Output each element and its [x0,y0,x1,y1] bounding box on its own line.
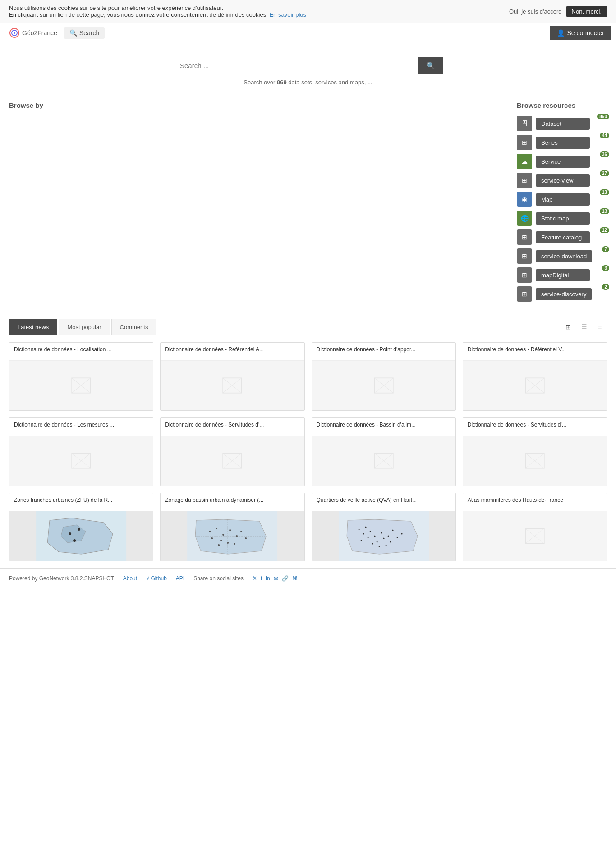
footer: Powered by GeoNetwork 3.8.2.SNAPSHOT Abo… [0,568,616,588]
list-view-button[interactable]: ☰ [577,320,591,334]
svg-point-33 [216,528,217,529]
card-8[interactable]: Dictionnaire de données - Servitudes d'.… [463,417,607,486]
search-submit-button[interactable]: 🔍 [418,57,443,74]
browse-resources-title: Browse resources [517,101,607,109]
cookie-learn-more[interactable]: En savoir plus [269,11,306,18]
card-2-image [161,361,304,410]
resource-item-map[interactable]: ◉ Map 13 [517,192,607,207]
card-5-title: Dictionnaire de données - Les mesures ..… [9,418,153,436]
service-view-badge: 27 [600,170,609,176]
card-11[interactable]: Quartiers de veille active (QVA) en Haut… [312,493,456,561]
footer-api-link[interactable]: API [176,575,184,582]
tabs-left: Latest news Most popular Comments [9,319,158,335]
card-10[interactable]: Zonage du bassin urbain à dynamiser (... [160,493,304,561]
cookie-accept-button[interactable]: Oui, je suis d'accord [509,8,562,15]
nav-left: Géo2France 🔍 Search [5,25,105,41]
card-11-title: Quartiers de veille active (QVA) en Haut… [312,493,455,511]
link-icon-link[interactable]: 🔗 [282,575,289,582]
service-discovery-label: service-discovery [536,288,592,300]
logo-link[interactable]: Géo2France [5,25,62,41]
search-count-text: Search over [244,79,277,86]
nav-search-button[interactable]: 🔍 Search [64,27,105,39]
series-badge: 44 [600,133,609,138]
signin-button[interactable]: 👤 Se connecter [550,26,612,40]
card-9[interactable]: Zones franches urbaines (ZFU) de la R... [9,493,153,561]
card-3-image [312,361,455,410]
card-9-title: Zones franches urbaines (ZFU) de la R... [9,493,153,511]
search-count-suffix: data sets, services and maps, ... [287,79,372,86]
facebook-icon-link[interactable]: f [261,575,262,582]
tab-latest-news[interactable]: Latest news [9,319,57,335]
feature-catalog-icon: ⊞ [517,229,532,245]
no-image-icon-8 [524,450,546,472]
cookie-actions: Oui, je suis d'accord Non, merci. [509,6,607,17]
browse-resources-section: Browse resources 🗄 Dataset 860 ⊞ Series … [517,101,607,305]
card-7[interactable]: Dictionnaire de données - Bassin d'alim.… [312,417,456,486]
service-badge: 36 [600,151,609,157]
no-image-icon-12 [524,525,546,547]
card-2[interactable]: Dictionnaire de données - Référentiel A.… [160,342,304,411]
cookie-banner: Nous utilisons des cookies sur ce site p… [0,0,616,23]
service-download-icon: ⊞ [517,248,532,264]
svg-point-64 [385,545,386,546]
search-icon: 🔍 [69,29,77,37]
footer-github-link[interactable]: ⑂ Github [146,575,167,582]
resource-item-service-discovery[interactable]: ⊞ service-discovery 2 [517,286,607,302]
resource-item-service-download[interactable]: ⊞ service-download 7 [517,248,607,264]
linkedin-icon-link[interactable]: in [266,575,270,582]
svg-point-58 [372,543,373,545]
email-icon-link[interactable]: ✉ [274,575,278,582]
static-map-icon: 🌐 [517,211,532,226]
no-image-icon-5 [70,450,92,472]
grid-view-button[interactable]: ⊞ [561,320,575,334]
card-1[interactable]: Dictionnaire de données - Localisation .… [9,342,153,411]
cookie-decline-button[interactable]: Non, merci. [566,6,607,17]
card-6[interactable]: Dictionnaire de données - Servitudes d'.… [160,417,304,486]
card-11-image [312,511,455,561]
card-10-image [161,511,304,561]
search-input[interactable] [173,57,418,74]
rss-icon-link[interactable]: ⌘ [292,575,298,582]
card-9-image [9,511,153,561]
card-11-map-svg [312,511,455,561]
feature-catalog-badge: 12 [600,227,609,233]
view-buttons: ⊞ ☰ ≡ [561,320,607,334]
svg-point-51 [374,536,375,537]
no-image-icon-4 [524,374,546,397]
logo-icon [9,28,20,38]
tab-most-popular[interactable]: Most popular [59,319,110,335]
resource-item-dataset[interactable]: 🗄 Dataset 860 [517,116,607,131]
twitter-icon-link[interactable]: 𝕏 [253,575,257,582]
card-5[interactable]: Dictionnaire de données - Les mesures ..… [9,417,153,486]
no-image-icon-3 [372,374,395,397]
signin-label: Se connecter [567,29,605,37]
browse-by-title: Browse by [9,101,508,109]
svg-point-28 [69,532,71,535]
map-digital-badge: 3 [602,265,609,271]
card-6-image [161,436,304,486]
svg-point-56 [392,530,393,531]
resource-item-static-map[interactable]: 🌐 Static map 13 [517,211,607,226]
card-6-title: Dictionnaire de données - Servitudes d'.… [161,418,304,436]
resource-item-service[interactable]: ☁ Service 36 [517,154,607,169]
svg-point-60 [367,537,368,538]
no-image-icon-7 [372,450,395,472]
card-5-image [9,436,153,486]
resource-item-service-view[interactable]: ⊞ service-view 27 [517,173,607,188]
card-12[interactable]: Atlas mammifères des Hauts-de-France [463,493,607,561]
footer-about-link[interactable]: About [123,575,137,582]
dataset-icon: 🗄 [517,116,532,131]
map-digital-label: mapDigital [536,269,590,281]
svg-point-34 [222,534,224,536]
map-badge: 13 [600,189,609,195]
twitter-icon: 𝕏 [253,575,257,582]
series-icon: ⊞ [517,135,532,150]
resource-item-feature-catalog[interactable]: ⊞ Feature catalog 12 [517,229,607,245]
resource-item-series[interactable]: ⊞ Series 44 [517,135,607,150]
svg-point-42 [234,543,235,545]
tab-comments[interactable]: Comments [111,319,157,335]
compact-view-button[interactable]: ≡ [593,320,607,334]
card-3[interactable]: Dictionnaire de données - Point d'appor.… [312,342,456,411]
card-4[interactable]: Dictionnaire de données - Référentiel V.… [463,342,607,411]
resource-item-map-digital[interactable]: ⊞ mapDigital 3 [517,267,607,283]
